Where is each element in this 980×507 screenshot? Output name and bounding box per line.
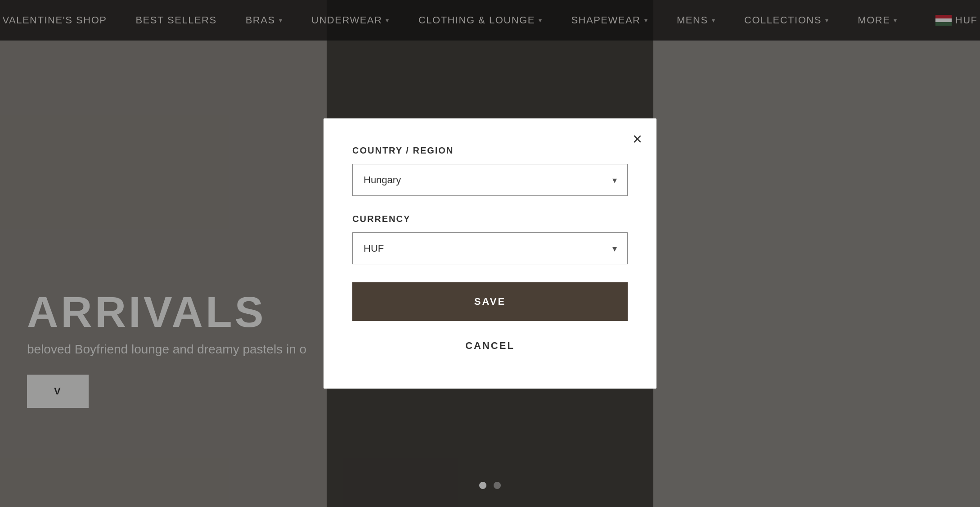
save-button[interactable]: SAVE (352, 282, 628, 321)
currency-select-wrapper: HUF USD EUR GBP ▾ (352, 232, 628, 264)
country-region-label: COUNTRY / REGION (352, 145, 628, 156)
cancel-button[interactable]: CANCEL (352, 330, 628, 362)
modal-close-button[interactable]: × (633, 131, 642, 147)
currency-label: CURRENCY (352, 214, 628, 224)
country-select-wrapper: Hungary United States United Kingdom Ger… (352, 164, 628, 196)
currency-select[interactable]: HUF USD EUR GBP (352, 232, 628, 264)
country-select[interactable]: Hungary United States United Kingdom Ger… (352, 164, 628, 196)
country-region-modal: × COUNTRY / REGION Hungary United States… (324, 118, 656, 389)
modal-overlay: × COUNTRY / REGION Hungary United States… (0, 0, 980, 507)
